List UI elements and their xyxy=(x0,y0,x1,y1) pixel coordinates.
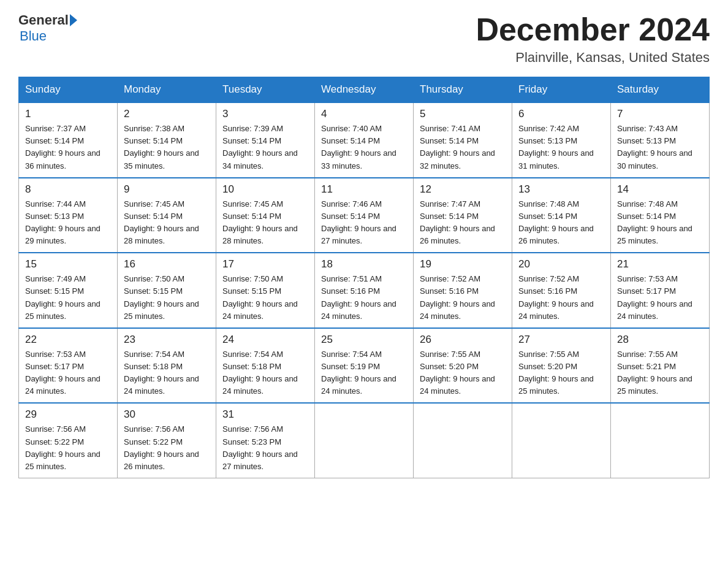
calendar-cell: 29Sunrise: 7:56 AMSunset: 5:22 PMDayligh… xyxy=(19,403,118,478)
month-title: December 2024 xyxy=(476,12,710,47)
calendar-cell: 4Sunrise: 7:40 AMSunset: 5:14 PMDaylight… xyxy=(315,102,414,178)
calendar-cell: 22Sunrise: 7:53 AMSunset: 5:17 PMDayligh… xyxy=(19,328,118,404)
week-row-3: 15Sunrise: 7:49 AMSunset: 5:15 PMDayligh… xyxy=(19,253,710,328)
day-number: 22 xyxy=(25,334,111,346)
day-number: 12 xyxy=(420,183,506,196)
day-number: 9 xyxy=(124,183,210,196)
day-number: 26 xyxy=(420,334,506,346)
day-number: 23 xyxy=(124,334,210,346)
week-row-5: 29Sunrise: 7:56 AMSunset: 5:22 PMDayligh… xyxy=(19,403,710,478)
day-detail: Sunrise: 7:56 AMSunset: 5:23 PMDaylight:… xyxy=(222,423,308,473)
day-detail: Sunrise: 7:47 AMSunset: 5:14 PMDaylight:… xyxy=(420,198,506,248)
calendar-cell: 17Sunrise: 7:50 AMSunset: 5:15 PMDayligh… xyxy=(216,253,315,328)
day-detail: Sunrise: 7:56 AMSunset: 5:22 PMDaylight:… xyxy=(124,423,210,473)
weekday-header-monday: Monday xyxy=(118,77,216,103)
calendar-cell: 28Sunrise: 7:55 AMSunset: 5:21 PMDayligh… xyxy=(611,328,710,404)
day-detail: Sunrise: 7:54 AMSunset: 5:19 PMDaylight:… xyxy=(321,348,407,398)
weekday-header-saturday: Saturday xyxy=(611,77,710,103)
day-number: 25 xyxy=(321,334,407,346)
day-number: 19 xyxy=(420,258,506,270)
day-number: 17 xyxy=(222,258,308,270)
calendar-cell: 19Sunrise: 7:52 AMSunset: 5:16 PMDayligh… xyxy=(414,253,512,328)
day-number: 11 xyxy=(321,183,407,196)
calendar-cell: 31Sunrise: 7:56 AMSunset: 5:23 PMDayligh… xyxy=(216,403,315,478)
day-detail: Sunrise: 7:39 AMSunset: 5:14 PMDaylight:… xyxy=(222,123,308,172)
calendar-cell: 30Sunrise: 7:56 AMSunset: 5:22 PMDayligh… xyxy=(118,403,216,478)
day-detail: Sunrise: 7:52 AMSunset: 5:16 PMDaylight:… xyxy=(420,273,506,323)
calendar-cell: 14Sunrise: 7:48 AMSunset: 5:14 PMDayligh… xyxy=(611,178,710,253)
calendar-cell: 5Sunrise: 7:41 AMSunset: 5:14 PMDaylight… xyxy=(414,102,512,178)
calendar-cell: 21Sunrise: 7:53 AMSunset: 5:17 PMDayligh… xyxy=(611,253,710,328)
day-detail: Sunrise: 7:40 AMSunset: 5:14 PMDaylight:… xyxy=(321,123,407,172)
day-number: 24 xyxy=(222,334,308,346)
page-header: General Blue December 2024 Plainville, K… xyxy=(18,12,710,66)
logo-general-text: General xyxy=(18,12,69,28)
calendar-cell: 16Sunrise: 7:50 AMSunset: 5:15 PMDayligh… xyxy=(118,253,216,328)
day-detail: Sunrise: 7:51 AMSunset: 5:16 PMDaylight:… xyxy=(321,273,407,323)
calendar-cell: 20Sunrise: 7:52 AMSunset: 5:16 PMDayligh… xyxy=(512,253,611,328)
day-detail: Sunrise: 7:54 AMSunset: 5:18 PMDaylight:… xyxy=(124,348,210,398)
day-detail: Sunrise: 7:53 AMSunset: 5:17 PMDaylight:… xyxy=(25,348,111,398)
calendar-cell xyxy=(512,403,611,478)
calendar-cell: 8Sunrise: 7:44 AMSunset: 5:13 PMDaylight… xyxy=(19,178,118,253)
day-number: 3 xyxy=(222,108,308,120)
weekday-header-friday: Friday xyxy=(512,77,611,103)
calendar-cell: 1Sunrise: 7:37 AMSunset: 5:14 PMDaylight… xyxy=(19,102,118,178)
day-detail: Sunrise: 7:50 AMSunset: 5:15 PMDaylight:… xyxy=(222,273,308,323)
day-number: 6 xyxy=(518,108,604,120)
day-number: 10 xyxy=(222,183,308,196)
day-number: 14 xyxy=(617,183,703,196)
day-detail: Sunrise: 7:52 AMSunset: 5:16 PMDaylight:… xyxy=(518,273,604,323)
day-detail: Sunrise: 7:43 AMSunset: 5:13 PMDaylight:… xyxy=(617,123,703,172)
location-title: Plainville, Kansas, United States xyxy=(476,50,710,66)
calendar-cell: 2Sunrise: 7:38 AMSunset: 5:14 PMDaylight… xyxy=(118,102,216,178)
weekday-header-wednesday: Wednesday xyxy=(315,77,414,103)
calendar-cell xyxy=(315,403,414,478)
day-detail: Sunrise: 7:48 AMSunset: 5:14 PMDaylight:… xyxy=(617,198,703,248)
weekday-header-tuesday: Tuesday xyxy=(216,77,315,103)
calendar-cell: 24Sunrise: 7:54 AMSunset: 5:18 PMDayligh… xyxy=(216,328,315,404)
day-number: 4 xyxy=(321,108,407,120)
calendar-cell: 9Sunrise: 7:45 AMSunset: 5:14 PMDaylight… xyxy=(118,178,216,253)
day-number: 7 xyxy=(617,108,703,120)
calendar-cell xyxy=(414,403,512,478)
day-number: 27 xyxy=(518,334,604,346)
day-detail: Sunrise: 7:55 AMSunset: 5:20 PMDaylight:… xyxy=(518,348,604,398)
day-detail: Sunrise: 7:48 AMSunset: 5:14 PMDaylight:… xyxy=(518,198,604,248)
day-detail: Sunrise: 7:37 AMSunset: 5:14 PMDaylight:… xyxy=(25,123,111,172)
day-number: 8 xyxy=(25,183,111,196)
week-row-1: 1Sunrise: 7:37 AMSunset: 5:14 PMDaylight… xyxy=(19,102,710,178)
day-detail: Sunrise: 7:38 AMSunset: 5:14 PMDaylight:… xyxy=(124,123,210,172)
calendar-cell xyxy=(611,403,710,478)
day-detail: Sunrise: 7:41 AMSunset: 5:14 PMDaylight:… xyxy=(420,123,506,172)
day-detail: Sunrise: 7:46 AMSunset: 5:14 PMDaylight:… xyxy=(321,198,407,248)
calendar-cell: 18Sunrise: 7:51 AMSunset: 5:16 PMDayligh… xyxy=(315,253,414,328)
day-detail: Sunrise: 7:56 AMSunset: 5:22 PMDaylight:… xyxy=(25,423,111,473)
calendar-cell: 23Sunrise: 7:54 AMSunset: 5:18 PMDayligh… xyxy=(118,328,216,404)
calendar-cell: 3Sunrise: 7:39 AMSunset: 5:14 PMDaylight… xyxy=(216,102,315,178)
day-number: 16 xyxy=(124,258,210,270)
day-number: 5 xyxy=(420,108,506,120)
calendar-cell: 25Sunrise: 7:54 AMSunset: 5:19 PMDayligh… xyxy=(315,328,414,404)
weekday-header-thursday: Thursday xyxy=(414,77,512,103)
day-number: 20 xyxy=(518,258,604,270)
calendar-cell: 7Sunrise: 7:43 AMSunset: 5:13 PMDaylight… xyxy=(611,102,710,178)
calendar-cell: 11Sunrise: 7:46 AMSunset: 5:14 PMDayligh… xyxy=(315,178,414,253)
calendar-cell: 6Sunrise: 7:42 AMSunset: 5:13 PMDaylight… xyxy=(512,102,611,178)
day-detail: Sunrise: 7:54 AMSunset: 5:18 PMDaylight:… xyxy=(222,348,308,398)
day-number: 2 xyxy=(124,108,210,120)
day-detail: Sunrise: 7:53 AMSunset: 5:17 PMDaylight:… xyxy=(617,273,703,323)
day-number: 29 xyxy=(25,408,111,421)
calendar-cell: 15Sunrise: 7:49 AMSunset: 5:15 PMDayligh… xyxy=(19,253,118,328)
week-row-2: 8Sunrise: 7:44 AMSunset: 5:13 PMDaylight… xyxy=(19,178,710,253)
day-number: 1 xyxy=(25,108,111,120)
calendar-cell: 10Sunrise: 7:45 AMSunset: 5:14 PMDayligh… xyxy=(216,178,315,253)
calendar-cell: 26Sunrise: 7:55 AMSunset: 5:20 PMDayligh… xyxy=(414,328,512,404)
day-detail: Sunrise: 7:55 AMSunset: 5:21 PMDaylight:… xyxy=(617,348,703,398)
day-detail: Sunrise: 7:45 AMSunset: 5:14 PMDaylight:… xyxy=(124,198,210,248)
calendar-table: SundayMondayTuesdayWednesdayThursdayFrid… xyxy=(18,77,710,478)
day-detail: Sunrise: 7:55 AMSunset: 5:20 PMDaylight:… xyxy=(420,348,506,398)
day-number: 31 xyxy=(222,408,308,421)
day-detail: Sunrise: 7:44 AMSunset: 5:13 PMDaylight:… xyxy=(25,198,111,248)
logo: General Blue xyxy=(18,12,77,44)
